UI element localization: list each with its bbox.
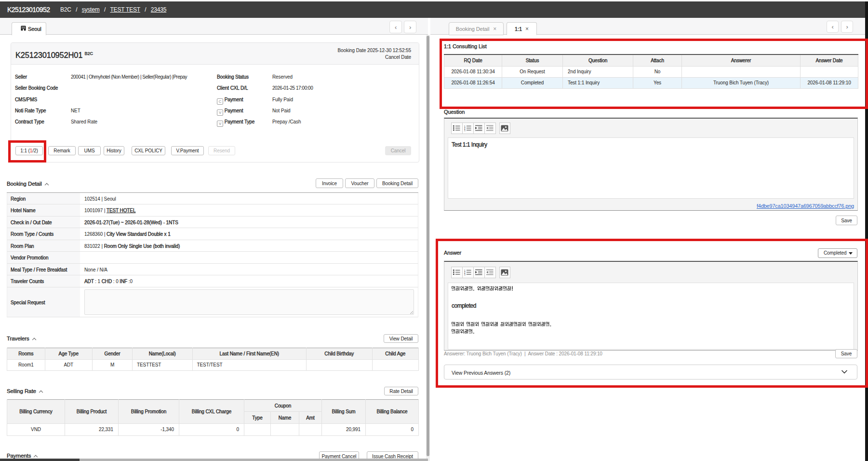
svg-text:3: 3 <box>464 129 466 131</box>
